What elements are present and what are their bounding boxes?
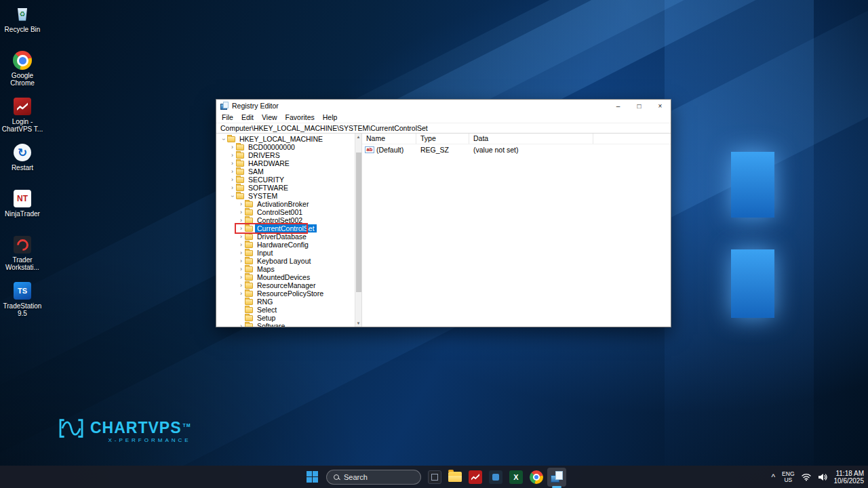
chevron-right-icon[interactable]: ›	[238, 226, 244, 232]
scroll-down-arrow[interactable]: ▼	[355, 321, 361, 325]
search-box[interactable]: Search	[326, 470, 421, 485]
taskbar-app-app-red[interactable]	[466, 468, 485, 487]
tree-item-drivers[interactable]: ›DRIVERS	[216, 151, 355, 159]
tree-item-driverdatabase[interactable]: ›DriverDatabase	[216, 232, 355, 241]
start-button[interactable]	[302, 468, 322, 486]
chevron-down-icon[interactable]: ›	[229, 193, 235, 199]
chevron-right-icon[interactable]: ›	[238, 201, 244, 207]
chevron-right-icon[interactable]: ›	[229, 185, 235, 191]
menu-file[interactable]: File	[218, 113, 237, 121]
close-button[interactable]: ×	[650, 100, 671, 112]
clock[interactable]: 11:18 AM 10/6/2025	[834, 470, 865, 485]
tree-item-currentcontrolset[interactable]: ›CurrentControlSet	[216, 224, 355, 232]
desktop-icon-recycle-bin[interactable]: Recycle Bin	[1, 4, 43, 47]
chevron-right-icon[interactable]: ›	[238, 323, 244, 327]
desktop-icon-tradestation[interactable]: TradeStation 9.5	[1, 281, 43, 323]
tree-item-label: SECURITY	[246, 176, 286, 184]
tree-item-hardware[interactable]: ›HARDWARE	[216, 159, 355, 167]
network-icon[interactable]	[802, 473, 811, 481]
tree-item-label: Input	[255, 249, 275, 257]
chevron-right-icon[interactable]: ›	[238, 291, 244, 297]
tree-item-activationbroker[interactable]: ›ActivationBroker	[216, 200, 355, 208]
tree-item-software[interactable]: ›SOFTWARE	[216, 184, 355, 192]
tree-item-software[interactable]: ›Software	[216, 322, 355, 327]
chevron-right-icon[interactable]: ›	[238, 266, 244, 272]
menu-view[interactable]: View	[258, 113, 281, 121]
tree-item-hkey-local-machine[interactable]: ›HKEY_LOCAL_MACHINE	[216, 135, 355, 143]
tree-item-sam[interactable]: ›SAM	[216, 167, 355, 176]
tree-item-resourcepolicystore[interactable]: ›ResourcePolicyStore	[216, 289, 355, 298]
taskbar: Search ^ ENG US 11:18 AM 10/6/2025	[0, 466, 868, 488]
taskbar-app-registry-editor[interactable]	[547, 468, 566, 487]
chevron-right-icon[interactable]: ›	[238, 209, 244, 216]
menu-edit[interactable]: Edit	[237, 113, 258, 121]
column-header-name[interactable]: Name	[362, 134, 416, 144]
menu-favorites[interactable]: Favorites	[281, 113, 319, 121]
recycle-bin-icon	[12, 4, 33, 24]
minimize-button[interactable]: –	[608, 100, 629, 112]
language-indicator[interactable]: ENG US	[782, 471, 794, 483]
tree-item-hardwareconfig[interactable]: ›HardwareConfig	[216, 241, 355, 249]
taskbar-app-file-explorer[interactable]	[446, 468, 465, 487]
chevron-right-icon[interactable]: ›	[229, 144, 235, 150]
chevron-right-icon[interactable]: ›	[238, 218, 244, 224]
title-bar[interactable]: Registry Editor – □ ×	[216, 100, 671, 112]
column-header-data[interactable]: Data	[469, 134, 593, 144]
tray-overflow-chevron-icon[interactable]: ^	[771, 474, 775, 481]
maximize-button[interactable]: □	[629, 100, 650, 112]
taskbar-app-app-window[interactable]	[425, 468, 444, 487]
tree-item-label: DRIVERS	[246, 151, 282, 159]
tree-item-maps[interactable]: ›Maps	[216, 265, 355, 273]
menu-help[interactable]: Help	[319, 113, 342, 121]
scrollbar-thumb[interactable]	[356, 152, 361, 292]
tree-item-mounteddevices[interactable]: ›MountedDevices	[216, 273, 355, 281]
chevron-right-icon[interactable]: ›	[238, 250, 244, 256]
tree-item-select[interactable]: Select	[216, 306, 355, 314]
tradestation-icon	[12, 281, 33, 301]
tree-item-controlset002[interactable]: ›ControlSet002	[216, 216, 355, 224]
desktop-icon-restart[interactable]: Restart	[1, 142, 43, 185]
chevron-right-icon[interactable]: ›	[238, 258, 244, 264]
ninjatrader-icon	[12, 188, 33, 209]
column-header-type[interactable]: Type	[416, 134, 469, 144]
list-row[interactable]: ab(Default)REG_SZ(value not set)	[362, 144, 671, 155]
desktop-icon-google-chrome[interactable]: Google Chrome	[1, 50, 43, 93]
tree-item-rng[interactable]: RNG	[216, 298, 355, 306]
scroll-up-arrow[interactable]: ▲	[355, 135, 361, 139]
address-text: Computer\HKEY_LOCAL_MACHINE\SYSTEM\Curre…	[216, 124, 428, 132]
tree-scrollbar[interactable]: ▲ ▼	[355, 134, 361, 327]
registry-app-icon	[220, 102, 229, 110]
chevron-right-icon[interactable]: ›	[229, 177, 235, 183]
tree-item-controlset001[interactable]: ›ControlSet001	[216, 208, 355, 216]
folder-icon	[236, 177, 244, 183]
tree-item-input[interactable]: ›Input	[216, 249, 355, 257]
address-bar[interactable]: Computer\HKEY_LOCAL_MACHINE\SYSTEM\Curre…	[216, 123, 671, 134]
desktop-icon-ninjatrader[interactable]: NinjaTrader	[1, 188, 43, 231]
tree-item-setup[interactable]: Setup	[216, 314, 355, 322]
tree-item-resourcemanager[interactable]: ›ResourceManager	[216, 281, 355, 289]
tree-item-bcd00000000[interactable]: ›BCD00000000	[216, 143, 355, 151]
chevron-right-icon[interactable]: ›	[238, 274, 244, 281]
tree-item-keyboard-layout[interactable]: ›Keyboard Layout	[216, 257, 355, 265]
chevron-right-icon[interactable]: ›	[238, 234, 244, 240]
tree-item-system[interactable]: ›SYSTEM	[216, 192, 355, 200]
chevron-right-icon[interactable]: ›	[229, 169, 235, 175]
list-cell-type: REG_SZ	[416, 146, 469, 154]
desktop-icon-trader-workstation[interactable]: Trader Workstati...	[1, 235, 43, 277]
volume-icon[interactable]	[818, 473, 827, 481]
folder-icon	[245, 209, 253, 216]
column-header-filler	[593, 134, 671, 144]
chevron-right-icon[interactable]: ›	[229, 152, 235, 159]
chevron-right-icon[interactable]: ›	[238, 242, 244, 248]
folder-icon	[245, 307, 253, 313]
desktop-icon-login-chartvps[interactable]: Login - ChartVPS T...	[1, 96, 43, 139]
chevron-down-icon[interactable]: ›	[220, 136, 226, 142]
tree-item-security[interactable]: ›SECURITY	[216, 176, 355, 184]
taskbar-app-app-excel[interactable]	[507, 468, 526, 487]
chevron-right-icon[interactable]: ›	[229, 161, 235, 167]
taskbar-app-chrome[interactable]	[527, 468, 546, 487]
folder-icon	[236, 169, 244, 175]
taskbar-app-app-dark[interactable]	[486, 468, 505, 487]
chevron-right-icon[interactable]: ›	[238, 283, 244, 289]
tree-item-label: RNG	[255, 298, 275, 306]
